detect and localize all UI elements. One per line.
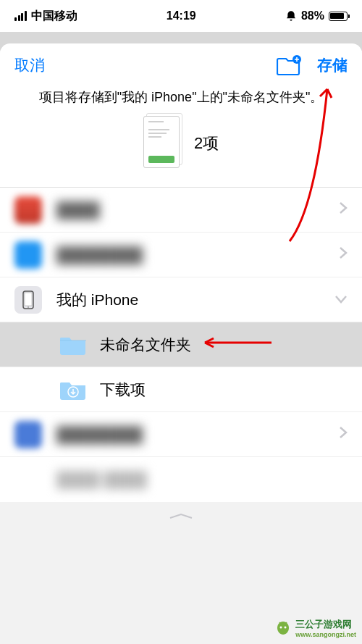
location-label: ████████ xyxy=(56,426,339,443)
sheet-grabber[interactable] xyxy=(0,502,362,530)
folder-download-icon xyxy=(59,379,87,401)
status-bar: 中国移动 14:19 88% xyxy=(0,0,362,32)
folder-downloads[interactable]: 下载项 xyxy=(0,367,362,412)
app-icon xyxy=(14,241,42,269)
status-right: 88% xyxy=(285,9,348,22)
watermark-logo-icon xyxy=(275,620,291,636)
location-label: ████ xyxy=(56,201,339,219)
location-label: ████ ████ xyxy=(56,471,348,488)
save-sheet: 取消 存储 项目将存储到"我的 iPhone"上的"未命名文件夹"。 2项 ██… xyxy=(0,43,362,502)
chevron-right-icon xyxy=(339,246,348,263)
location-label: 我的 iPhone xyxy=(56,290,334,310)
carrier-label: 中国移动 xyxy=(31,9,77,24)
svg-point-3 xyxy=(28,306,29,308)
sheet-header: 取消 存储 xyxy=(0,43,362,83)
item-count: 2项 xyxy=(194,133,219,154)
preview-row: 2项 xyxy=(0,116,362,187)
app-icon xyxy=(14,196,42,224)
battery-icon xyxy=(329,12,348,21)
save-button[interactable]: 存储 xyxy=(317,55,348,75)
watermark: 三公子游戏网 www.sangongzi.net xyxy=(275,618,356,638)
iphone-icon xyxy=(14,286,42,314)
folder-icon xyxy=(59,334,87,356)
cloud-icon xyxy=(14,466,42,493)
file-thumbnail xyxy=(143,116,182,171)
alarm-icon xyxy=(285,10,297,22)
chevron-right-icon xyxy=(339,426,348,443)
location-row[interactable]: ████████ xyxy=(0,233,362,277)
folder-label: 未命名文件夹 xyxy=(100,335,348,355)
location-my-iphone[interactable]: 我的 iPhone xyxy=(0,277,362,322)
watermark-url: www.sangongzi.net xyxy=(295,631,356,638)
svg-point-5 xyxy=(280,627,282,629)
folder-label: 下载项 xyxy=(100,380,348,400)
folder-unnamed[interactable]: 未命名文件夹 xyxy=(0,322,362,367)
location-row[interactable]: ████ xyxy=(0,188,362,233)
signal-icon xyxy=(14,11,27,21)
cancel-button[interactable]: 取消 xyxy=(14,55,45,75)
location-row[interactable]: ████ ████ xyxy=(0,457,362,502)
svg-point-6 xyxy=(285,627,287,629)
save-prompt: 项目将存储到"我的 iPhone"上的"未命名文件夹"。 xyxy=(0,83,362,116)
location-list: ████ ████████ 我的 iPhone xyxy=(0,187,362,502)
battery-pct: 88% xyxy=(301,9,324,22)
status-left: 中国移动 xyxy=(14,9,77,24)
chevron-right-icon xyxy=(339,201,348,218)
watermark-text: 三公子游戏网 xyxy=(295,618,356,631)
app-icon xyxy=(14,421,42,448)
new-folder-button[interactable] xyxy=(277,55,301,75)
chevron-down-icon xyxy=(334,292,348,307)
svg-rect-2 xyxy=(25,293,32,306)
location-row[interactable]: ████████ xyxy=(0,412,362,457)
location-label: ████████ xyxy=(56,246,339,264)
clock: 14:19 xyxy=(167,9,196,22)
